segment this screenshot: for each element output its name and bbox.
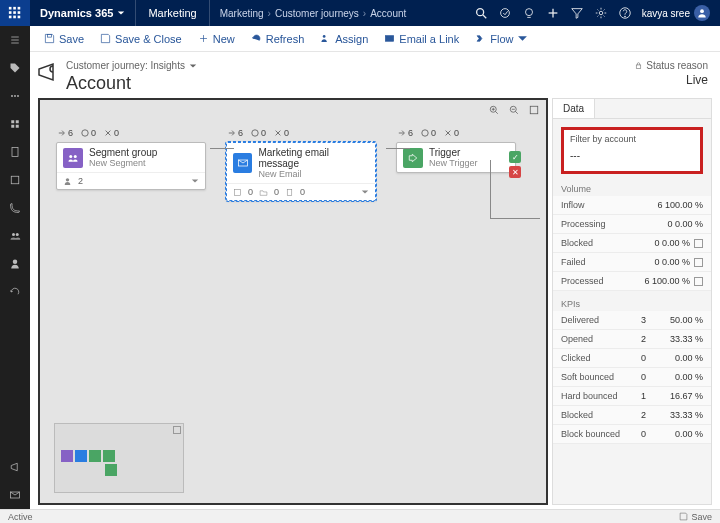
crumb[interactable]: Account [370, 8, 406, 19]
tab-data[interactable]: Data [553, 99, 595, 118]
svg-line-10 [482, 15, 486, 19]
svg-rect-49 [530, 106, 538, 114]
search-icon[interactable] [474, 6, 488, 20]
plus-icon[interactable] [546, 6, 560, 20]
tile-marketing-email[interactable]: Marketing email messageNew Email 0 0 0 [226, 142, 376, 201]
kpi-row: Delivered350.00 % [553, 311, 711, 330]
tile-sub: New Email [258, 169, 369, 179]
status-right[interactable]: Save [691, 512, 712, 522]
people-icon [63, 177, 72, 186]
row-name: Processed [561, 276, 604, 286]
rail-doc-icon[interactable] [0, 138, 30, 166]
svg-point-53 [66, 178, 69, 181]
kpi-count: 3 [641, 315, 661, 325]
svg-rect-56 [235, 189, 241, 195]
volume-row: Processing0 0.00 % [553, 215, 711, 234]
rail-page-icon[interactable] [0, 166, 30, 194]
tile-sub: New Segment [89, 158, 157, 168]
rail-person-icon[interactable] [0, 250, 30, 278]
new-button[interactable]: New [192, 26, 241, 51]
svg-rect-30 [12, 148, 18, 157]
app-launcher[interactable] [0, 0, 30, 26]
tile-segment-group[interactable]: Segment groupNew Segment 2 [56, 142, 206, 190]
kpi-count: 2 [641, 334, 661, 344]
status-left: Active [8, 512, 33, 522]
svg-point-23 [11, 95, 13, 97]
kpi-pct: 33.33 % [661, 334, 703, 344]
svg-rect-2 [18, 7, 21, 10]
crumb[interactable]: Customer journeys [275, 8, 359, 19]
row-value: 0 0.00 % [667, 219, 703, 229]
rail-mail-icon[interactable] [0, 481, 30, 509]
svg-rect-57 [287, 189, 292, 195]
detail-icon[interactable] [694, 258, 703, 267]
filter-icon[interactable] [570, 6, 584, 20]
volume-row: Processed6 100.00 % [553, 272, 711, 291]
canvas-toolbar [488, 104, 540, 116]
clock-icon [81, 129, 89, 137]
kpi-name: Opened [561, 334, 641, 344]
connector [490, 218, 540, 219]
subtitle[interactable]: Customer journey: Insights [66, 60, 197, 71]
rail-refresh-icon[interactable] [0, 278, 30, 306]
filter-value: --- [570, 150, 694, 161]
save-button[interactable]: Save [38, 26, 90, 51]
svg-rect-36 [47, 34, 51, 37]
email-link-button[interactable]: Email a Link [378, 26, 465, 51]
zoom-out-icon[interactable] [508, 104, 520, 116]
brand[interactable]: Dynamics 365 [30, 0, 136, 26]
user-menu[interactable]: kavya sree [642, 5, 710, 21]
minimap-toggle-icon[interactable] [173, 426, 181, 434]
row-value: 0 0.00 % [654, 238, 703, 248]
status-value: Live [634, 73, 708, 87]
connector [210, 148, 234, 149]
command-bar: Save Save & Close New Refresh Assign Ema… [30, 26, 720, 52]
flow-label: Flow [490, 33, 513, 45]
svg-point-32 [12, 233, 15, 236]
fit-icon[interactable] [528, 104, 540, 116]
task-icon[interactable] [498, 6, 512, 20]
chevron-down-icon[interactable] [361, 188, 369, 196]
chevron-down-icon[interactable] [191, 177, 199, 185]
rail-menu-icon[interactable] [0, 26, 30, 54]
gear-icon[interactable] [594, 6, 608, 20]
x-icon [444, 129, 452, 137]
row-name: Failed [561, 257, 586, 267]
kpi-pct: 50.00 % [661, 315, 703, 325]
chevron-down-icon [117, 9, 125, 17]
minimap[interactable] [54, 423, 184, 493]
svg-point-50 [82, 130, 88, 136]
user-name: kavya sree [642, 8, 690, 19]
filter-by-account[interactable]: Filter by account --- [561, 127, 703, 174]
svg-point-25 [17, 95, 19, 97]
kpi-row: Blocked233.33 % [553, 406, 711, 425]
module-label: Marketing [148, 7, 196, 19]
bulb-icon[interactable] [522, 6, 536, 20]
detail-icon[interactable] [694, 239, 703, 248]
svg-rect-0 [9, 7, 12, 10]
rail-tag-icon[interactable] [0, 54, 30, 82]
help-icon[interactable] [618, 6, 632, 20]
module-name[interactable]: Marketing [136, 0, 209, 26]
svg-point-52 [74, 155, 77, 158]
assign-button[interactable]: Assign [314, 26, 374, 51]
zoom-in-icon[interactable] [488, 104, 500, 116]
crumb[interactable]: Marketing [220, 8, 264, 19]
save-icon[interactable] [679, 512, 688, 521]
rail-phone-icon[interactable] [0, 194, 30, 222]
refresh-button[interactable]: Refresh [245, 26, 311, 51]
save-label: Save [59, 33, 84, 45]
svg-point-33 [16, 233, 19, 236]
rail-dots-icon[interactable] [0, 82, 30, 110]
kpi-count: 1 [641, 391, 661, 401]
detail-icon[interactable] [694, 277, 703, 286]
save-close-button[interactable]: Save & Close [94, 26, 188, 51]
rail-people-icon[interactable] [0, 222, 30, 250]
journey-canvas[interactable]: 6 0 0 Segment groupNew Segment 2 [38, 98, 548, 505]
rail-grid-icon[interactable] [0, 110, 30, 138]
rail-mega-icon[interactable] [0, 453, 30, 481]
count: 0 [248, 187, 253, 197]
side-tabs: Data [553, 99, 711, 119]
tile-trigger[interactable]: TriggerNew Trigger ✓ ✕ [396, 142, 516, 173]
flow-button[interactable]: Flow [469, 26, 534, 51]
